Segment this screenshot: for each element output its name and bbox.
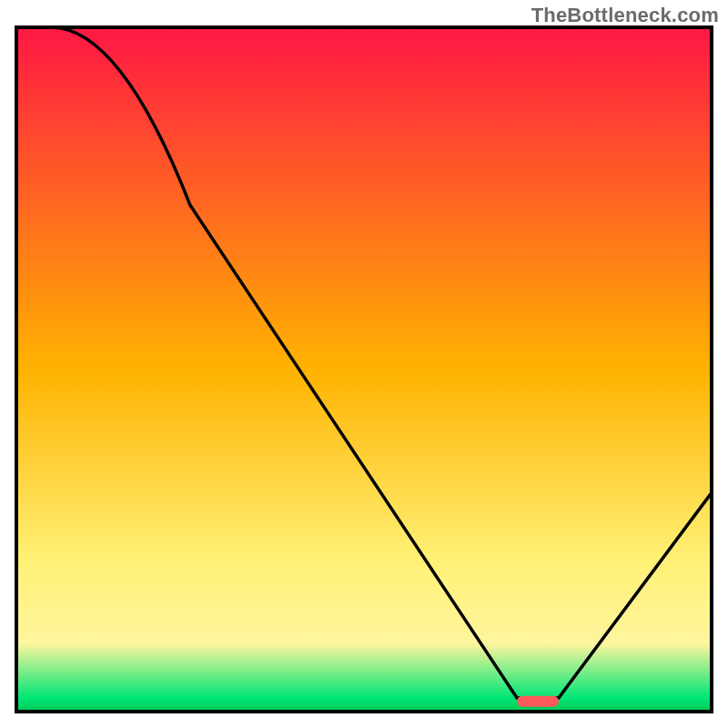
bottleneck-chart (0, 0, 728, 728)
optimal-marker (517, 696, 559, 707)
watermark-text: TheBottleneck.com (531, 4, 719, 27)
plot-background (16, 27, 712, 712)
